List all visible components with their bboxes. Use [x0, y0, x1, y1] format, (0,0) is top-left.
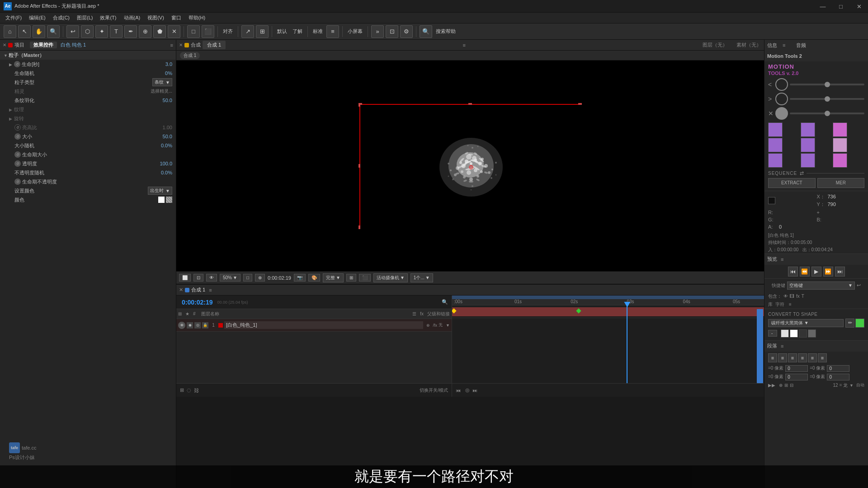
life-seconds-value[interactable]: 3.0 [165, 61, 172, 67]
zoom-tool[interactable]: 🔍 [47, 25, 60, 38]
life-size-row[interactable]: ⏱ 生命期大小 [0, 150, 176, 159]
mt-circle-1[interactable] [775, 78, 788, 91]
target-btn[interactable]: ⊕ [255, 274, 265, 282]
roto-tool[interactable]: ✕ [168, 25, 180, 38]
comp-menu-btn[interactable]: ≡ [462, 42, 465, 48]
size-random-value[interactable]: 0.0% [161, 143, 172, 148]
preview-menu-btn[interactable]: ≡ [781, 257, 783, 262]
size-row[interactable]: ⏱ 大小 50.0 [0, 132, 176, 141]
mt-color-btn-1[interactable] [768, 122, 783, 137]
close-button[interactable]: ✕ [850, 0, 868, 13]
preview-first-btn[interactable]: ⏮ [788, 267, 798, 277]
color-btn[interactable]: 🎨 [308, 274, 320, 282]
texture-row[interactable]: ▶ 纹理 [0, 105, 176, 114]
color-swatch[interactable] [158, 197, 165, 203]
menu-file[interactable]: 文件(F) [2, 14, 25, 22]
opacity-random-value[interactable]: 0.0% [161, 170, 172, 175]
edit-icon-btn[interactable]: ✏ [845, 319, 854, 328]
mt-color-btn-2[interactable] [801, 122, 815, 137]
mt-slider-thumb-1[interactable] [825, 82, 830, 87]
mt-right-arrow-2[interactable]: > [768, 95, 774, 103]
mt-slider-1[interactable] [790, 84, 864, 85]
menu-animation[interactable]: 动画(A) [120, 14, 144, 22]
seg-align-last-right[interactable]: ≡ [818, 353, 827, 362]
menu-help[interactable]: 帮助(H) [185, 14, 209, 22]
contain-eye-btn[interactable]: 👁 [783, 294, 788, 299]
particle-type-dropdown[interactable]: 条纹▼ [152, 78, 172, 86]
camera-dropdown[interactable]: 活动摄像机 ▼ [373, 273, 408, 282]
color-green-btn[interactable] [855, 319, 864, 328]
tl-menu-btn[interactable]: ≡ [209, 287, 212, 293]
comp-view-btn[interactable]: 👁 [206, 274, 217, 282]
comp-region-btn[interactable]: ⬜ [179, 274, 191, 282]
opacity-random-row[interactable]: 不透明度随机 0.0% [0, 168, 176, 177]
layer-parent-btn[interactable]: ⊕ [426, 323, 430, 328]
life-random-value[interactable]: 0% [165, 70, 172, 76]
seg-align-right[interactable]: ≡ [788, 353, 797, 362]
text-tool[interactable]: T [110, 25, 123, 38]
preview-play-btn[interactable]: ▶ [811, 267, 821, 277]
menu-composition[interactable]: 合成(C) [49, 14, 73, 22]
segment-menu-btn[interactable]: ≡ [781, 343, 783, 349]
seg-spacing-input-3[interactable] [785, 374, 808, 380]
undo-btn[interactable]: ↩ [66, 25, 79, 38]
transparency-btn[interactable]: ⬛ [359, 274, 371, 282]
mt-color-btn-9[interactable] [833, 153, 847, 168]
mt-extract-btn[interactable]: EXTRACT [768, 178, 816, 188]
menu-layer[interactable]: 图层(L) [73, 14, 96, 22]
star-tool[interactable]: ✦ [95, 25, 108, 38]
tl-switch-mode-label[interactable]: 切换开关/模式 [420, 387, 448, 394]
set-color-row[interactable]: 设置颜色 出生时▼ [0, 186, 176, 195]
mt-left-arrow-1[interactable]: < [768, 81, 774, 88]
mt-slider-3[interactable] [790, 113, 864, 114]
home-button[interactable]: ⌂ [4, 25, 16, 38]
breadcrumb-comp1[interactable]: 合成 1 [180, 52, 200, 59]
mt-circle-2[interactable] [775, 93, 788, 105]
life-random-row[interactable]: 生命随机 0% [0, 69, 176, 78]
size-value[interactable]: 50.0 [163, 134, 172, 139]
mask-btn[interactable]: □ [243, 274, 252, 282]
seg-spacing-input-4[interactable] [827, 374, 849, 380]
mt-color-btn-5[interactable] [801, 138, 815, 152]
select-tool[interactable]: ↖ [18, 25, 31, 38]
mt-merge-btn[interactable]: MER [817, 178, 865, 188]
seg-align-last-left[interactable]: ≡ [808, 353, 817, 362]
seg-align-center[interactable]: ≡ [778, 353, 787, 362]
clone-tool[interactable]: ⬟ [153, 25, 166, 38]
stripe-feather-value[interactable]: 50.0 [163, 98, 172, 103]
menu-effect[interactable]: 效果(T) [96, 14, 120, 22]
opacity-value[interactable]: 100.0 [160, 161, 172, 166]
tl-search-btn[interactable]: 🔍 [442, 299, 448, 305]
search-btn[interactable]: 🔍 [420, 25, 432, 38]
contain-film-btn[interactable]: 🎞 [790, 294, 794, 299]
size-random-row[interactable]: 大小随机 0.0% [0, 141, 176, 150]
mt-slider-2[interactable] [790, 98, 864, 100]
expand-btn[interactable]: ↗ [241, 25, 254, 38]
quality-dropdown[interactable]: 完整 ▼ [323, 273, 344, 282]
layer-link-label[interactable]: 无 [439, 322, 443, 328]
minimize-button[interactable]: — [814, 0, 832, 13]
settings-btn[interactable]: ⚙ [400, 25, 413, 38]
seg-grid-btn[interactable]: ⊞ [784, 383, 788, 388]
seg-align-justify[interactable]: ≡ [798, 353, 807, 362]
zoom-dropdown[interactable]: 50% ▼ [220, 274, 241, 282]
menu-view[interactable]: 视图(V) [144, 14, 168, 22]
tl-bottom-link-btn[interactable]: ⛓ [194, 388, 199, 393]
layer-lock-btn[interactable]: 🔒 [202, 322, 208, 328]
shortcut-undo-btn[interactable]: ↩ [857, 282, 861, 288]
opacity-row[interactable]: ⏱ 透明度 100.0 [0, 159, 176, 168]
comp-close-btn[interactable]: ✕ [179, 42, 183, 47]
seg-align-left[interactable]: ≡ [768, 353, 777, 362]
project-close-btn[interactable]: ✕ [3, 42, 6, 47]
comp-safe-btn[interactable]: ⊡ [193, 274, 203, 282]
tl-add-keyframe[interactable]: ◎ [465, 387, 470, 393]
menu-window[interactable]: 窗口 [168, 14, 185, 22]
layer-track-bar[interactable] [452, 307, 764, 316]
mt-circle-3[interactable] [775, 107, 788, 120]
mt-slider-thumb-3[interactable] [825, 111, 830, 116]
capture-btn[interactable]: ⊡ [386, 25, 398, 38]
layer-eye-btn[interactable]: 👁 [178, 322, 185, 329]
mt-sequence-icon[interactable]: ⇄ [800, 170, 804, 176]
mt-slider-thumb-2[interactable] [825, 96, 830, 102]
mt-color-btn-4[interactable] [768, 138, 783, 152]
